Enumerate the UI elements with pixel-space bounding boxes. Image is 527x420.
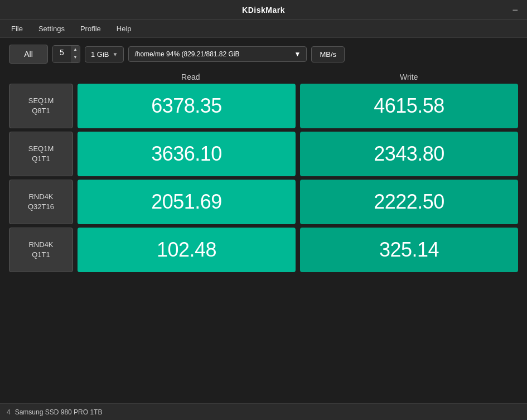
table-row: SEQ1MQ1T1 3636.10 2343.80 — [9, 132, 518, 176]
write-value-seq1m-q1t1: 2343.80 — [300, 132, 518, 176]
read-value-seq1m-q1t1: 3636.10 — [78, 132, 296, 176]
loop-count-spinner[interactable]: 5 ▲ ▼ — [52, 45, 80, 63]
status-number: 4 — [7, 408, 11, 416]
table-row: RND4KQ32T16 2051.69 2222.50 — [9, 180, 518, 224]
row-label-seq1m-q8t1: SEQ1MQ8T1 — [9, 84, 73, 128]
unit-label: MB/s — [311, 46, 345, 62]
path-dropdown-value: /home/me 94% (829.21/881.82 GiB — [134, 50, 239, 58]
spinner-up[interactable]: ▲ — [71, 46, 80, 54]
read-value-seq1m-q8t1: 6378.35 — [78, 84, 296, 128]
write-header: Write — [300, 73, 519, 81]
size-dropdown[interactable]: 1 GiB ▼ — [85, 46, 124, 62]
menu-profile[interactable]: Profile — [74, 22, 108, 35]
menu-bar: File Settings Profile Help — [0, 20, 527, 38]
all-button[interactable]: All — [9, 45, 48, 64]
column-headers: Read Write — [9, 73, 518, 81]
row-label-text: RND4KQ1T1 — [28, 240, 53, 260]
row-label-rnd4k-q32t16: RND4KQ32T16 — [9, 180, 73, 224]
spinner-arrows: ▲ ▼ — [71, 46, 80, 62]
row-label-text: SEQ1MQ1T1 — [28, 144, 54, 164]
menu-settings[interactable]: Settings — [32, 22, 71, 35]
read-value-rnd4k-q1t1: 102.48 — [78, 228, 296, 272]
path-dropdown-arrow: ▼ — [294, 50, 301, 58]
row-label-text: RND4KQ32T16 — [28, 192, 54, 212]
read-header: Read — [81, 73, 300, 81]
controls-row: All 5 ▲ ▼ 1 GiB ▼ /home/me 94% (829.21/8… — [9, 45, 518, 64]
row-label-text: SEQ1MQ8T1 — [28, 96, 54, 116]
title-bar: KDiskMark − — [0, 0, 527, 20]
status-bar: 4 Samsung SSD 980 PRO 1TB — [0, 403, 527, 420]
write-value-seq1m-q8t1: 4615.58 — [300, 84, 518, 128]
table-row: RND4KQ1T1 102.48 325.14 — [9, 228, 518, 272]
size-dropdown-arrow: ▼ — [113, 51, 118, 57]
write-value-rnd4k-q1t1: 325.14 — [300, 228, 518, 272]
minimize-button[interactable]: − — [512, 4, 518, 16]
table-row: SEQ1MQ8T1 6378.35 4615.58 — [9, 84, 518, 128]
path-dropdown[interactable]: /home/me 94% (829.21/881.82 GiB ▼ — [128, 46, 307, 62]
data-rows: SEQ1MQ8T1 6378.35 4615.58 SEQ1MQ1T1 3636… — [9, 84, 518, 272]
menu-help[interactable]: Help — [110, 22, 138, 35]
write-value-rnd4k-q32t16: 2222.50 — [300, 180, 518, 224]
app-title: KDiskMark — [242, 6, 285, 15]
size-dropdown-value: 1 GiB — [91, 50, 109, 59]
menu-file[interactable]: File — [4, 22, 30, 35]
drive-info: Samsung SSD 980 PRO 1TB — [15, 408, 103, 416]
spinner-value: 5 — [53, 46, 71, 62]
spinner-down[interactable]: ▼ — [71, 54, 80, 61]
read-value-rnd4k-q32t16: 2051.69 — [78, 180, 296, 224]
row-label-rnd4k-q1t1: RND4KQ1T1 — [9, 228, 73, 272]
row-label-seq1m-q1t1: SEQ1MQ1T1 — [9, 132, 73, 176]
main-content: All 5 ▲ ▼ 1 GiB ▼ /home/me 94% (829.21/8… — [0, 38, 527, 403]
